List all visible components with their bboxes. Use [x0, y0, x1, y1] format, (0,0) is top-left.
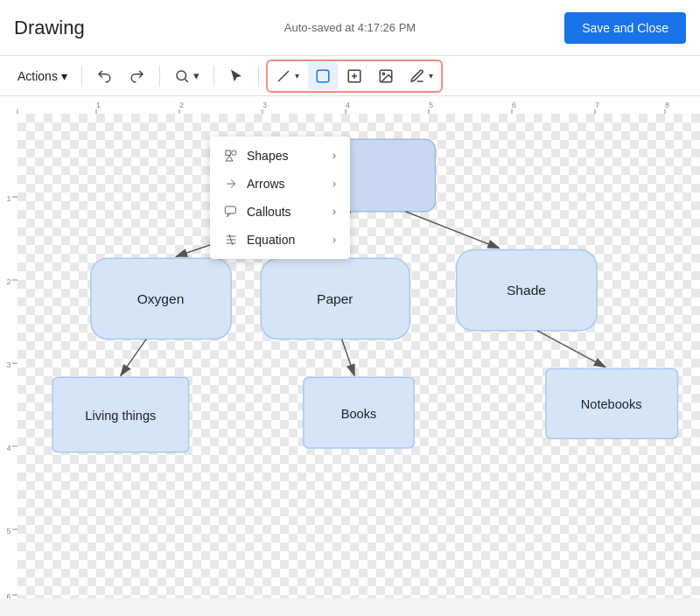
edge-paper-books — [342, 340, 355, 376]
svg-point-42 — [232, 150, 236, 155]
shapes-icon — [224, 149, 238, 163]
redo-icon — [130, 68, 145, 84]
diagram-svg[interactable]: Oxygen Paper Shade Living things Books N… — [18, 114, 700, 598]
callouts-chevron-icon: › — [332, 206, 336, 218]
image-button[interactable] — [371, 62, 401, 90]
svg-text:1: 1 — [96, 101, 101, 109]
callouts-icon — [224, 205, 238, 219]
dropdown-callouts-item[interactable]: Callouts › — [210, 198, 350, 226]
h-ruler-svg: 1 2 3 4 5 6 7 8 — [0, 96, 700, 114]
horizontal-ruler: 1 2 3 4 5 6 7 8 — [0, 96, 700, 114]
svg-point-0 — [177, 71, 186, 80]
svg-text:1: 1 — [6, 194, 10, 203]
text-box-icon — [346, 68, 362, 84]
svg-text:5: 5 — [6, 527, 10, 536]
svg-rect-27 — [0, 114, 18, 598]
select-tool-button[interactable] — [221, 62, 251, 90]
zoom-chevron-icon: ▾ — [193, 69, 200, 82]
edge-root-shade — [405, 212, 499, 248]
v-ruler-svg: 1 2 3 4 5 6 — [0, 114, 18, 598]
edge-oxygen-living — [121, 340, 146, 376]
dropdown-equation-item[interactable]: Equation › — [210, 226, 350, 254]
save-close-button[interactable]: Save and Close — [564, 12, 686, 44]
equation-chevron-icon: › — [332, 234, 336, 246]
svg-rect-45 — [225, 206, 235, 214]
select-icon — [228, 68, 244, 84]
dropdown-shapes-item[interactable]: Shapes › — [210, 142, 350, 170]
line-tool-button[interactable]: ▾ — [269, 62, 306, 90]
shape-tool-button[interactable] — [308, 62, 338, 90]
svg-rect-3 — [317, 70, 329, 82]
autosave-status: Auto-saved at 4:17:26 PM — [284, 21, 416, 34]
vertical-ruler: 1 2 3 4 5 6 — [0, 114, 18, 598]
svg-line-1 — [185, 79, 187, 81]
shapes-label: Shapes — [247, 149, 288, 163]
equation-label: Equation — [247, 233, 295, 247]
svg-text:3: 3 — [262, 101, 267, 109]
shade-label: Shade — [507, 283, 546, 298]
svg-text:2: 2 — [179, 101, 184, 109]
svg-text:2: 2 — [6, 277, 10, 286]
callouts-item-left: Callouts — [224, 205, 291, 219]
shape-dropdown-menu: Shapes › Arrows › Callouts › Equation › — [210, 136, 350, 259]
undo-button[interactable] — [89, 62, 119, 90]
dropdown-arrows-item[interactable]: Arrows › — [210, 170, 350, 198]
zoom-icon — [174, 68, 190, 84]
living-label: Living things — [85, 409, 156, 423]
svg-line-2 — [278, 71, 289, 81]
equation-icon — [224, 233, 238, 247]
svg-text:5: 5 — [429, 101, 433, 109]
shapes-item-left: Shapes — [224, 149, 288, 163]
line-icon — [276, 68, 291, 84]
separator-1 — [81, 66, 82, 87]
redo-button[interactable] — [122, 62, 152, 90]
actions-menu-button[interactable]: Actions ▾ — [10, 66, 74, 87]
svg-marker-43 — [226, 156, 233, 161]
notebooks-label: Notebooks — [581, 397, 642, 411]
separator-3 — [214, 66, 214, 87]
callouts-label: Callouts — [247, 205, 291, 219]
pen-icon — [410, 68, 425, 84]
pen-chevron-icon: ▾ — [429, 71, 433, 80]
svg-rect-41 — [226, 150, 230, 155]
books-label: Books — [341, 407, 376, 421]
separator-2 — [159, 66, 160, 87]
shape-icon — [315, 68, 331, 84]
shape-tool-group: ▾ ▾ — [266, 60, 443, 93]
edge-shade-notebooks — [537, 331, 606, 368]
paper-label: Paper — [317, 291, 353, 306]
arrows-item-left: Arrows — [224, 177, 285, 191]
svg-text:4: 4 — [6, 444, 10, 452]
svg-text:8: 8 — [665, 101, 669, 109]
canvas-area[interactable]: 1 2 3 4 5 6 7 8 1 2 3 4 — [0, 96, 700, 598]
zoom-button[interactable]: ▾ — [167, 62, 206, 90]
arrows-chevron-icon: › — [332, 178, 336, 190]
arrows-icon — [224, 177, 238, 191]
image-icon — [378, 68, 394, 84]
actions-label: Actions — [18, 69, 58, 83]
text-box-button[interactable] — [340, 62, 369, 90]
svg-text:6: 6 — [6, 592, 10, 598]
equation-item-left: Equation — [224, 233, 295, 247]
line-chevron-icon: ▾ — [295, 71, 299, 80]
shapes-chevron-icon: › — [332, 150, 336, 162]
svg-text:3: 3 — [6, 360, 10, 369]
actions-chevron-icon: ▾ — [61, 69, 67, 83]
arrows-label: Arrows — [247, 177, 285, 191]
header: Drawing Auto-saved at 4:17:26 PM Save an… — [0, 0, 700, 56]
toolbar: Actions ▾ ▾ ▾ ▾ — [0, 56, 700, 96]
page-title: Drawing — [14, 17, 85, 39]
svg-text:4: 4 — [346, 101, 350, 109]
undo-icon — [96, 68, 112, 84]
pen-tool-button[interactable]: ▾ — [402, 62, 440, 90]
svg-point-8 — [382, 73, 384, 74]
svg-text:7: 7 — [595, 101, 599, 109]
oxygen-label: Oxygen — [137, 291, 185, 306]
separator-4 — [258, 66, 259, 87]
svg-text:6: 6 — [512, 101, 516, 109]
